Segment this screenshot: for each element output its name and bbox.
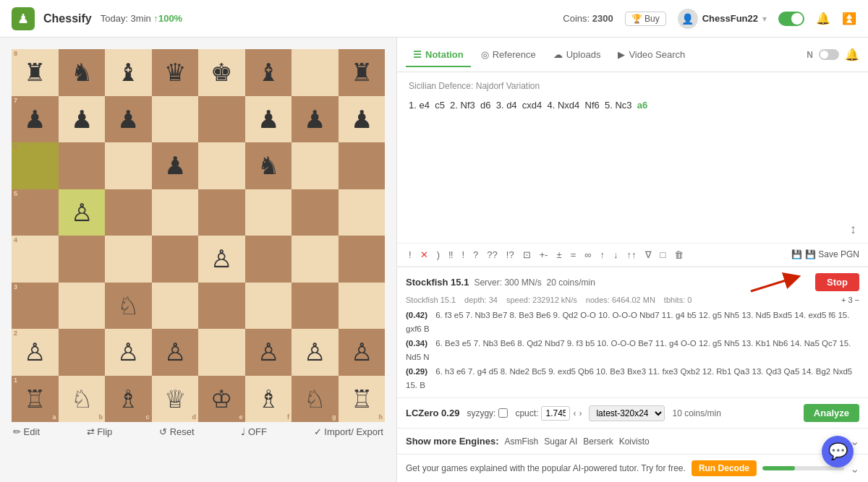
square-b8[interactable]: ♞ xyxy=(59,49,106,96)
square-h4[interactable] xyxy=(339,236,386,283)
square-b5[interactable]: ♙ xyxy=(59,189,106,236)
square-a2[interactable]: ♙2 xyxy=(12,329,59,376)
square-h3[interactable] xyxy=(339,283,386,330)
square-c7[interactable]: ♟ xyxy=(105,96,152,143)
square-e1[interactable]: ♔e xyxy=(198,376,245,423)
pgn-box[interactable]: □ xyxy=(658,248,669,262)
square-h8[interactable]: ♜ xyxy=(339,49,386,96)
square-e2[interactable] xyxy=(198,329,245,376)
square-b3[interactable] xyxy=(59,283,106,330)
pgn-plus-eq[interactable]: ± xyxy=(554,248,565,262)
square-f3[interactable] xyxy=(245,283,292,330)
discord-fab[interactable]: 💬 xyxy=(822,436,854,468)
square-g1[interactable]: ♘g xyxy=(292,376,339,423)
square-d6[interactable]: ♟ xyxy=(152,142,199,189)
pgn-paren[interactable]: ) xyxy=(434,248,443,262)
pgn-double-question[interactable]: ?? xyxy=(484,248,500,262)
square-a8[interactable]: ♜8 xyxy=(12,49,59,96)
flip-button[interactable]: ⇄ Flip xyxy=(87,426,113,437)
engine-sugar[interactable]: Sugar AI xyxy=(544,436,577,447)
analyze-button[interactable]: Analyze xyxy=(804,404,859,422)
square-d3[interactable] xyxy=(152,283,199,330)
collapse-icon[interactable]: ⏫ xyxy=(842,12,856,25)
pgn-up[interactable]: ↑ xyxy=(597,248,608,262)
pgn-inf[interactable]: ∞ xyxy=(582,248,594,262)
square-a4[interactable]: 4 xyxy=(12,236,59,283)
square-c8[interactable]: ♝ xyxy=(105,49,152,96)
square-a6[interactable]: 6 xyxy=(12,142,59,189)
square-h7[interactable]: ♟ xyxy=(339,96,386,143)
reset-button[interactable]: ↺ Reset xyxy=(159,426,195,437)
pgn-delta[interactable]: ∇ xyxy=(642,248,655,262)
model-select[interactable]: latest-320x24 xyxy=(589,405,665,421)
run-decode-button[interactable]: Run Decode xyxy=(692,460,757,476)
square-e7[interactable] xyxy=(198,96,245,143)
square-g8[interactable] xyxy=(292,49,339,96)
cpuct-right-arrow[interactable]: › xyxy=(579,408,582,418)
square-c1[interactable]: ♗c xyxy=(105,376,152,423)
pgn-down[interactable]: ↓ xyxy=(610,248,621,262)
square-g5[interactable] xyxy=(292,189,339,236)
pgn-interrobang[interactable]: !? xyxy=(503,248,517,262)
tab-notation[interactable]: ☰ Notation xyxy=(406,43,471,67)
square-h5[interactable] xyxy=(339,189,386,236)
square-h2[interactable]: ♙ xyxy=(339,329,386,376)
square-d8[interactable]: ♛ xyxy=(152,49,199,96)
square-f5[interactable] xyxy=(245,189,292,236)
square-a3[interactable]: 3 xyxy=(12,283,59,330)
pgn-bang[interactable]: ! xyxy=(406,248,414,262)
square-c2[interactable]: ♙ xyxy=(105,329,152,376)
pgn-up2[interactable]: ↑↑ xyxy=(624,248,639,262)
engine-more-label[interactable]: + 3 − xyxy=(841,296,859,304)
save-pgn-button[interactable]: 💾 💾 Save PGN xyxy=(791,249,859,259)
buy-button[interactable]: 🏆 Buy xyxy=(625,12,666,26)
square-f7[interactable]: ♟ xyxy=(245,96,292,143)
cpuct-left-arrow[interactable]: ‹ xyxy=(573,408,576,418)
square-b7[interactable]: ♟ xyxy=(59,96,106,143)
square-e6[interactable] xyxy=(198,142,245,189)
square-d1[interactable]: ♕d xyxy=(152,376,199,423)
pgn-plus-minus[interactable]: +- xyxy=(537,248,551,262)
square-a7[interactable]: ♟7 xyxy=(12,96,59,143)
square-f1[interactable]: ♗f xyxy=(245,376,292,423)
n-toggle[interactable] xyxy=(819,49,839,60)
square-c6[interactable] xyxy=(105,142,152,189)
square-g4[interactable] xyxy=(292,236,339,283)
decode-chevron[interactable]: ⌄ xyxy=(850,462,859,475)
bell-icon[interactable]: 🔔 xyxy=(816,12,830,25)
square-c5[interactable] xyxy=(105,189,152,236)
header-toggle[interactable] xyxy=(778,12,804,26)
square-c4[interactable] xyxy=(105,236,152,283)
pgn-double-bang[interactable]: ‼ xyxy=(446,248,456,262)
stop-button[interactable]: Stop xyxy=(815,273,859,291)
expand-button[interactable]: ↕ xyxy=(850,222,856,237)
square-h1[interactable]: ♖h xyxy=(339,376,386,423)
square-e3[interactable] xyxy=(198,283,245,330)
sound-button[interactable]: ♩ OFF xyxy=(241,426,267,437)
syzygy-checkbox[interactable] xyxy=(498,408,508,418)
pgn-equal[interactable]: = xyxy=(568,248,579,262)
tab-reference[interactable]: ◎ Reference xyxy=(474,43,543,67)
bell-right-icon[interactable]: 🔔 xyxy=(845,48,859,61)
pgn-trash[interactable]: 🗑 xyxy=(671,248,686,262)
square-d4[interactable] xyxy=(152,236,199,283)
square-g6[interactable] xyxy=(292,142,339,189)
engine-koivisto[interactable]: Koivisto xyxy=(619,436,650,447)
cpuct-input[interactable] xyxy=(541,406,570,421)
pgn-bangq[interactable]: ! xyxy=(459,248,467,262)
tab-uploads[interactable]: ☁ Uploads xyxy=(546,43,608,67)
square-a1[interactable]: ♖1a xyxy=(12,376,59,423)
square-f2[interactable]: ♙ xyxy=(245,329,292,376)
square-b4[interactable] xyxy=(59,236,106,283)
square-a5[interactable]: 5 xyxy=(12,189,59,236)
square-f6[interactable]: ♞ xyxy=(245,142,292,189)
edit-button[interactable]: ✏ Edit xyxy=(13,426,40,437)
square-d2[interactable]: ♙ xyxy=(152,329,199,376)
square-f8[interactable]: ♝ xyxy=(245,49,292,96)
square-g7[interactable]: ♟ xyxy=(292,96,339,143)
pgn-question[interactable]: ? xyxy=(470,248,481,262)
tab-video-search[interactable]: ▶ Video Search xyxy=(610,43,692,67)
square-g2[interactable]: ♙ xyxy=(292,329,339,376)
engine-berserk[interactable]: Berserk xyxy=(583,436,613,447)
square-e5[interactable] xyxy=(198,189,245,236)
